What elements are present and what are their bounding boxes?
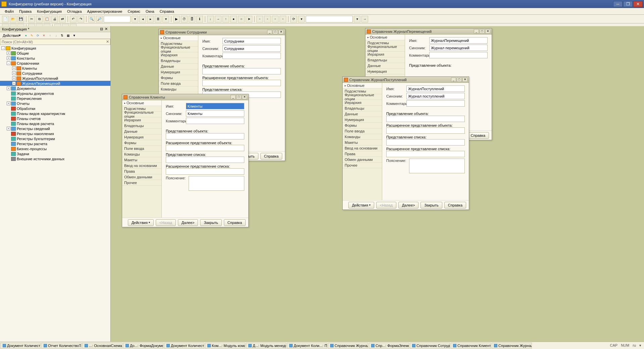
menu-service[interactable]: Сервис (125, 9, 143, 14)
back-button[interactable]: <Назад (156, 219, 176, 226)
run-icon[interactable]: ➤ (246, 16, 252, 22)
tab-Основные[interactable]: Основные (343, 83, 382, 89)
help-button[interactable]: Справка (224, 219, 246, 226)
search-clear-icon[interactable]: ✕ (105, 40, 110, 44)
min-icon[interactable]: _ (474, 29, 479, 34)
minimize-button[interactable]: ─ (613, 1, 623, 7)
menu-help[interactable]: Справка (157, 9, 177, 14)
obj-repr-field[interactable] (202, 68, 281, 74)
close-icon[interactable]: ✕ (242, 95, 247, 99)
tab-Функциональные опции[interactable]: Функциональные опции (365, 46, 405, 52)
ext-obj-repr-field[interactable] (166, 145, 244, 151)
maximize-button[interactable]: ❐ (623, 1, 633, 7)
tree-node[interactable]: Перечисления (0, 96, 110, 101)
tab-Ввод на основании[interactable]: Ввод на основании (122, 163, 161, 169)
tree-node[interactable]: Задачи (0, 151, 110, 156)
tab-Данные[interactable]: Данные (122, 129, 161, 134)
tree-node[interactable]: +Регистры сведений (0, 126, 110, 131)
step-out-icon[interactable]: ↑ (222, 16, 229, 22)
step-in-icon[interactable]: ↓ (207, 16, 214, 22)
max-icon[interactable]: □ (480, 29, 485, 34)
w4-icon[interactable]: ▫ (280, 16, 286, 22)
task-button[interactable]: Ком...: Модуль команды (205, 343, 245, 349)
tab-Данные[interactable]: Данные (159, 64, 198, 69)
tab-Данные[interactable]: Данные (365, 63, 405, 69)
expand-icon[interactable]: + (12, 76, 16, 80)
max-icon[interactable]: □ (236, 95, 241, 99)
tree-node[interactable]: +Сотрудники (0, 71, 110, 76)
menu-config[interactable]: Конфигурация (34, 9, 64, 14)
copy-icon[interactable]: ⧉ (36, 16, 43, 22)
name-field[interactable] (406, 85, 465, 92)
task-button[interactable]: Справочник Клиенты (451, 343, 491, 349)
tab-Основные[interactable]: Основные (159, 35, 198, 41)
expand-icon[interactable]: - (1, 46, 5, 50)
pin-icon[interactable]: ⊟ (99, 27, 104, 32)
tab-Владельцы[interactable]: Владельцы (343, 106, 382, 111)
filter-icon[interactable]: ▼ (72, 33, 77, 38)
tree-node[interactable]: Регистры расчета (0, 141, 110, 146)
window-header[interactable]: Справочник Сотрудники _ □ ✕ (159, 29, 285, 35)
next-button[interactable]: Далее> (178, 219, 198, 226)
sort-icon[interactable]: ⇅ (60, 33, 64, 38)
help-button[interactable]: Справка (444, 202, 466, 209)
tab-Нумерация[interactable]: Нумерация (343, 117, 382, 123)
tree-node[interactable]: -Конфигурация (0, 46, 110, 51)
close-button[interactable]: Закрыть (200, 219, 221, 226)
comment-field[interactable] (429, 52, 488, 58)
tree-node[interactable]: Бизнес-процессы (0, 146, 110, 151)
actions-button[interactable]: Действия▾ (348, 202, 374, 209)
ext-obj-repr-field[interactable] (386, 127, 465, 134)
name-field[interactable] (429, 37, 488, 44)
tree-node[interactable]: +ЖурналПеремещений (0, 81, 110, 86)
tab-Функциональные опции[interactable]: Функциональные опции (343, 94, 382, 100)
print-icon[interactable]: 🖨 (51, 16, 58, 22)
help-icon[interactable]: ℹ (196, 16, 203, 22)
comment-field[interactable] (222, 53, 281, 59)
combo-dd-icon[interactable]: ▾ (354, 16, 360, 22)
tab-Владельцы[interactable]: Владельцы (159, 58, 198, 64)
tab-Команды[interactable]: Команды (343, 134, 382, 140)
close-button[interactable]: Закрыть (420, 202, 442, 209)
expand-icon[interactable]: + (7, 56, 10, 60)
tab-Прочее[interactable]: Прочее (122, 180, 161, 186)
tab-Функциональные опции[interactable]: Функциональные опции (159, 47, 198, 52)
tree-node[interactable]: +ЖурналПоступлений (0, 76, 110, 81)
tree-node[interactable]: Регистры бухгалтерии (0, 136, 110, 141)
next-button[interactable]: Далее> (398, 202, 419, 209)
tree-node[interactable]: -Справочники (0, 61, 110, 66)
tab-Нумерация[interactable]: Нумерация (365, 69, 405, 74)
close-button[interactable]: ✕ (633, 1, 643, 7)
add-icon[interactable]: ● (23, 33, 28, 38)
w2-icon[interactable]: ▫ (264, 16, 271, 22)
expand-icon[interactable]: + (12, 66, 16, 70)
tab-Права[interactable]: Права (343, 151, 382, 157)
menu-file[interactable]: Файл (2, 9, 16, 14)
open-icon[interactable]: 📂 (10, 16, 16, 22)
close-icon[interactable]: ✕ (462, 77, 467, 82)
obj-repr-field[interactable] (386, 116, 465, 122)
obj-repr-field[interactable] (166, 133, 244, 139)
compare-icon[interactable]: ⇄ (59, 16, 66, 22)
paste-icon[interactable]: 📋 (44, 16, 50, 22)
expand-icon[interactable]: + (12, 71, 16, 75)
tree-node[interactable]: Внешние источники данных (0, 156, 110, 161)
tree-node[interactable]: +Клиенты (0, 66, 110, 71)
dd-icon[interactable]: ▾ (132, 16, 138, 22)
bp-icon[interactable]: ● (230, 16, 237, 22)
list-repr-field[interactable] (386, 139, 465, 146)
w5-icon[interactable]: ⟳ (290, 16, 297, 22)
close-icon[interactable]: ✕ (279, 30, 284, 34)
back-button[interactable]: <Назад (376, 202, 396, 209)
tab-Обмен данными[interactable]: Обмен данными (343, 157, 382, 163)
tab-Права[interactable]: Права (122, 169, 161, 174)
down-icon[interactable]: ↓ (54, 33, 58, 38)
list-repr-field[interactable] (166, 157, 244, 163)
step-over-icon[interactable]: → (215, 16, 221, 22)
delete-icon[interactable]: ✕ (42, 33, 46, 38)
debug-db-icon[interactable]: 🗄 (189, 16, 195, 22)
help-button[interactable]: Справка (467, 132, 489, 139)
props-icon[interactable]: ▦ (66, 33, 70, 38)
tab-Формы[interactable]: Формы (122, 140, 161, 146)
tab-Команды[interactable]: Команды (159, 86, 198, 92)
